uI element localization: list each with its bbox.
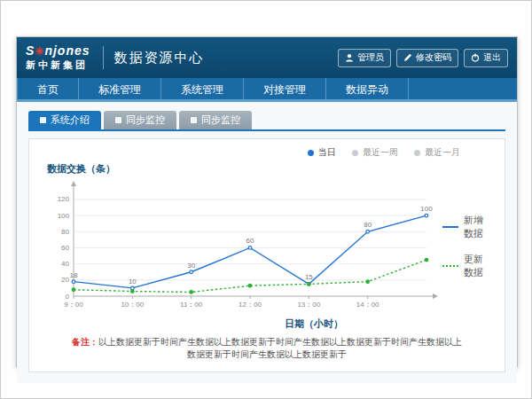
- nav-item-home[interactable]: 首页: [17, 78, 79, 99]
- filter-label: 当日: [318, 146, 336, 159]
- app-window: S✳njones 新中新集团 数据资源中心 管理员 修改密码: [16, 36, 518, 367]
- user-icon: [345, 53, 354, 62]
- logout-label: 退出: [483, 51, 501, 64]
- svg-text:13：00: 13：00: [297, 301, 320, 309]
- tab-underline: [28, 129, 505, 131]
- admin-label: 管理员: [357, 51, 384, 64]
- page: S✳njones 新中新集团 数据资源中心 管理员 修改密码: [0, 0, 532, 399]
- content-area: 系统介绍 同步监控 同步监控 当日: [17, 102, 517, 383]
- svg-text:18: 18: [70, 271, 78, 279]
- tab-icon: [191, 117, 197, 123]
- nav-item-connect-mgmt[interactable]: 对接管理: [244, 78, 326, 99]
- header-actions: 管理员 修改密码 退出: [338, 49, 508, 67]
- nav-item-system-mgmt[interactable]: 系统管理: [161, 78, 244, 99]
- footnote: 备注：以上数据更新于时间产生数据以上数据更新于时间产生数据以上数据更新于时间产生…: [42, 331, 492, 363]
- svg-text:40: 40: [61, 260, 69, 268]
- tab-icon: [40, 117, 46, 123]
- page-title: 数据资源中心: [114, 50, 205, 66]
- chart-box: 0204060801001209：0010：0011：0012：0013：001…: [42, 177, 442, 331]
- tab-sync-monitor-1[interactable]: 同步监控: [104, 111, 176, 129]
- logo: S✳njones 新中新集团: [26, 44, 90, 71]
- header-divider: [103, 46, 104, 69]
- radio-dot-icon: [308, 150, 314, 156]
- line-chart: 0204060801001209：0010：0011：0012：0013：001…: [42, 177, 442, 317]
- radio-dot-icon: [352, 150, 358, 156]
- change-password-label: 修改密码: [416, 51, 451, 64]
- app-header: S✳njones 新中新集团 数据资源中心 管理员 修改密码: [17, 37, 517, 78]
- svg-text:30: 30: [187, 262, 195, 270]
- chart-row: 0204060801001209：0010：0011：0012：0013：001…: [42, 177, 492, 331]
- legend-label: 更新数据: [464, 253, 492, 279]
- filter-last-month[interactable]: 最近一月: [414, 146, 460, 159]
- radio-dot-icon: [414, 150, 420, 156]
- filter-last-week[interactable]: 最近一周: [352, 146, 398, 159]
- svg-text:20: 20: [61, 276, 69, 284]
- y-axis-title: 数据交换（条）: [47, 162, 492, 176]
- svg-text:80: 80: [364, 221, 372, 229]
- svg-text:60: 60: [61, 244, 69, 252]
- svg-text:100: 100: [420, 205, 433, 213]
- svg-text:9：00: 9：00: [64, 301, 83, 309]
- svg-text:60: 60: [246, 237, 254, 245]
- range-filters: 当日 最近一周 最近一月: [42, 146, 492, 159]
- legend-label: 新增数据: [464, 214, 492, 240]
- footnote-text: 以上数据更新于时间产生数据以上数据更新于时间产生数据以上数据更新于时间产生数据以…: [98, 337, 462, 359]
- filter-label: 最近一周: [363, 146, 398, 159]
- svg-text:100: 100: [58, 212, 70, 220]
- svg-text:11：00: 11：00: [180, 301, 203, 309]
- tab-label: 系统介绍: [51, 113, 90, 127]
- dotted-line-icon: [442, 265, 458, 267]
- svg-text:12：00: 12：00: [239, 301, 262, 309]
- main-nav: 首页 标准管理 系统管理 对接管理 数据异动: [17, 78, 517, 102]
- solid-line-icon: [442, 226, 458, 228]
- svg-text:10：00: 10：00: [121, 301, 144, 309]
- svg-text:0: 0: [66, 293, 70, 301]
- filter-label: 最近一月: [425, 146, 460, 159]
- svg-text:15: 15: [305, 273, 313, 281]
- logout-icon: [471, 53, 480, 62]
- edit-icon: [403, 53, 412, 62]
- svg-text:14：00: 14：00: [356, 301, 379, 309]
- svg-text:80: 80: [61, 228, 69, 236]
- logo-text: S✳njones: [26, 44, 90, 59]
- tab-bar: 系统介绍 同步监控 同步监控: [28, 111, 505, 129]
- logo-star-icon: ✳: [35, 45, 44, 58]
- admin-user-button[interactable]: 管理员: [338, 49, 391, 67]
- tab-icon: [115, 117, 121, 123]
- tab-label: 同步监控: [201, 113, 240, 127]
- company-name: 新中新集团: [26, 59, 90, 71]
- nav-item-standard-mgmt[interactable]: 标准管理: [79, 78, 161, 99]
- legend-update-data[interactable]: 更新数据: [442, 253, 492, 279]
- x-axis-title: 日期（小时）: [42, 317, 442, 331]
- nav-item-data-change[interactable]: 数据异动: [326, 78, 409, 99]
- svg-text:10: 10: [129, 278, 137, 286]
- change-password-button[interactable]: 修改密码: [396, 49, 458, 67]
- logout-button[interactable]: 退出: [464, 49, 508, 67]
- chart-panel: 当日 最近一周 最近一月 数据交换（条） 0204060801001209：00…: [28, 138, 505, 372]
- tab-sync-monitor-2[interactable]: 同步监控: [179, 111, 252, 129]
- footnote-prefix: 备注：: [72, 337, 98, 347]
- filter-today[interactable]: 当日: [308, 146, 336, 159]
- svg-text:120: 120: [58, 195, 70, 203]
- legend-new-data[interactable]: 新增数据: [442, 214, 492, 240]
- series-legend: 新增数据 更新数据: [442, 214, 492, 295]
- tab-label: 同步监控: [126, 113, 165, 127]
- tab-system-intro[interactable]: 系统介绍: [28, 111, 101, 129]
